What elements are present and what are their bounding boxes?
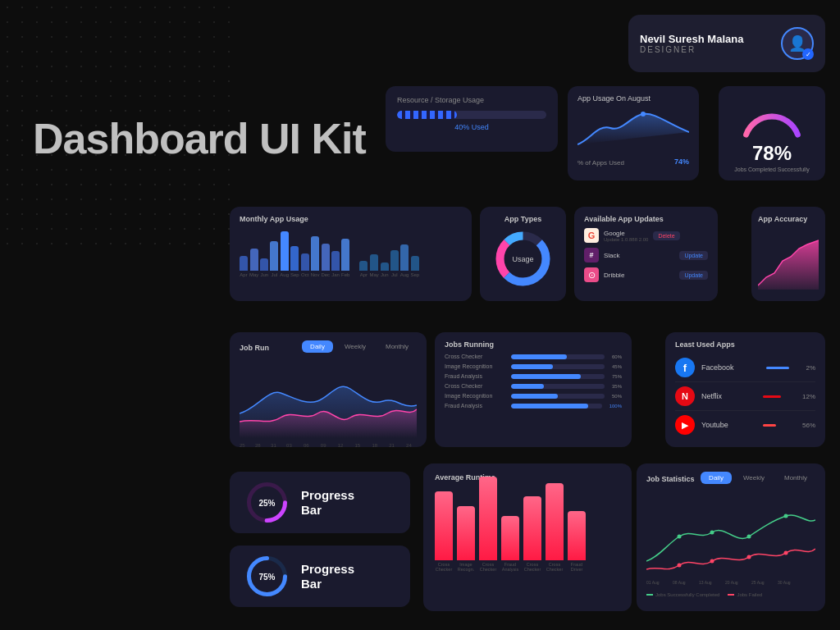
storage-bar-fill [397,111,457,119]
progress-bar-25-card: 25% Progress Bar [230,472,410,533]
bar-feb: Feb [341,239,349,277]
legend-completed-line [646,594,653,596]
svg-point-0 [641,112,646,116]
netflix-icon: N [675,386,695,406]
slack-name: Slack [604,252,674,259]
job-pct-1: 45% [612,364,622,369]
legend-completed: Jobs Successfully Completed [646,592,719,597]
job-bar-3 [511,384,544,389]
app-accuracy-card: App Accuracy [751,207,825,301]
main-title: Dashboard UI Kit [33,115,366,164]
bar-apr: Apr [240,256,248,277]
stats-tab-daily[interactable]: Daily [701,472,732,484]
job-run-title: Job Run [240,344,269,352]
bar-jun: Jun [260,258,268,277]
accuracy-chart [758,228,819,290]
bar2-jun: Jun [381,262,389,277]
google-delete-btn[interactable]: Delete [653,231,679,240]
job-row-4: Image Recognition 50% [445,393,622,399]
jobs-running-card: Jobs Running Cross Checker 60% Image Rec… [435,332,632,447]
rt-bar-3: FraudAnalysis [501,516,519,572]
app-updates-card: Available App Updates G Google Update 1.… [574,207,718,301]
job-pct-5: 100% [609,404,622,409]
update-row-dribbble: ⊙ Dribble Update [584,267,708,282]
avg-runtime-card: Average Runtime CrossChecker ImageRecogn… [423,463,632,611]
monthly-title: Monthly App Usage [240,215,462,223]
rt-bar-6: FraudDriver [568,511,586,572]
avg-runtime-chart: CrossChecker ImageRecogn. CrossChecker F… [435,486,620,585]
job-run-chart [240,364,417,438]
bar2-aug: Aug [400,244,409,277]
job-run-card: Job Run Daily Weekly Monthly 25 Jul 28 J… [230,332,427,447]
svg-text:01 Aug: 01 Aug [646,580,660,585]
svg-point-14 [710,531,714,535]
updates-title: Available App Updates [584,215,708,223]
svg-text:30 Aug: 30 Aug [778,580,791,585]
profile-info: Nevil Suresh Malana DESIGNER [640,33,771,54]
dribbble-update-btn[interactable]: Update [679,271,708,280]
job-row-2: Fraud Analysis 75% [445,373,622,379]
tab-daily[interactable]: Daily [302,340,333,353]
svg-point-17 [678,564,682,568]
rt-bar-2: CrossChecker [479,477,497,572]
storage-card: Resource / Storage Usage 40% Used [386,86,558,152]
job-bar-1 [511,364,553,369]
job-run-tabs: Daily Weekly Monthly [302,340,417,353]
bar-nov: Nov [311,236,320,277]
job-bar-2 [511,374,581,379]
svg-text:Usage: Usage [512,255,533,263]
bar-jan: Jan [331,251,340,277]
progress-label-25: Progress Bar [301,488,354,518]
bar2-jul: Jul [390,250,399,277]
job-pct-3: 35% [612,384,622,389]
svg-text:13 Aug: 13 Aug [699,580,712,585]
bar-aug: Aug [280,231,289,277]
facebook-icon: f [675,358,695,377]
app-usage-chart [578,107,689,153]
job-pct-0: 60% [612,354,622,359]
progress-bar-75-card: 75% Progress Bar [230,546,410,607]
app-usage-percent: 74% [674,158,689,166]
progress-circle-25: 25% [244,480,290,525]
app-row-facebook: f Facebook 2% [675,354,815,382]
app-usage-title: App Usage On August [578,94,689,103]
facebook-usage-bar [766,367,789,369]
job-bar-4 [511,394,558,399]
job-statistics-card: Job Statistics Daily Weekly Monthly 01 A… [637,463,825,611]
slack-update-btn[interactable]: Update [679,251,708,260]
profile-role: DESIGNER [640,45,771,54]
job-stats-legend: Jobs Successfully Completed Jobs Failed [646,592,815,597]
app-row-youtube: ▶ Youtube 56% [675,411,815,439]
legend-failed-line [728,594,734,596]
stats-tab-weekly[interactable]: Weekly [735,472,773,484]
youtube-usage-bar [763,424,776,427]
youtube-value: 56% [802,422,815,429]
gauge-chart [739,94,805,139]
gauge-label: Jobs Completed Successfully [734,167,809,172]
job-row-3: Cross Checker 35% [445,383,622,389]
title-text: Dashboard UI Kit [33,115,366,164]
google-name: Google Update 1.0.888 2.00 [604,230,648,242]
netflix-usage-bar [763,395,781,398]
storage-bar-background [397,111,546,119]
jobs-running-title: Jobs Running [445,340,622,349]
tab-monthly[interactable]: Monthly [377,340,417,353]
app-types-title: App Types [504,215,541,223]
svg-point-15 [747,535,751,539]
tab-weekly[interactable]: Weekly [336,340,374,353]
dribbble-icon: ⊙ [584,267,599,282]
verified-check-icon: ✓ [802,48,814,60]
legend-failed: Jobs Failed [728,592,762,597]
gauge-card: 78% Jobs Completed Successfully [719,86,825,180]
update-row-slack: # Slack Update [584,248,708,262]
app-types-donut: Usage [492,228,554,290]
job-pct-2: 75% [612,374,622,379]
job-row-1: Image Recognition 45% [445,363,622,369]
stats-tab-monthly[interactable]: Monthly [776,472,815,484]
least-apps-title: Least Used Apps [675,340,815,349]
svg-text:25%: 25% [258,499,275,508]
avg-runtime-title: Average Runtime [435,473,620,482]
svg-text:20 Aug: 20 Aug [725,580,738,585]
youtube-icon: ▶ [675,415,695,435]
monthly-bar-chart: Apr May Jun Jul Aug Sep Oct Nov Dec Jan … [240,228,462,277]
